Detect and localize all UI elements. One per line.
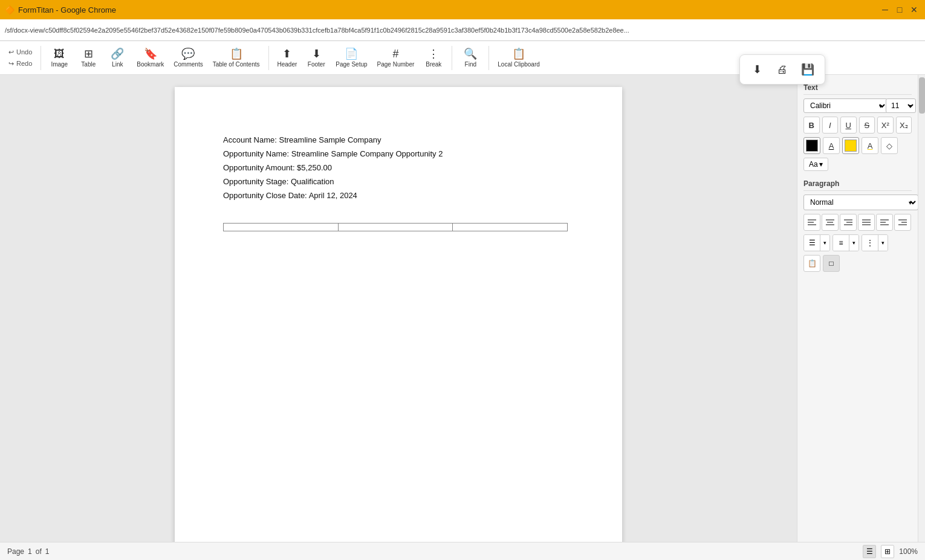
doc-mid-spacer — [223, 205, 574, 217]
highlight-color-swatch[interactable] — [842, 137, 859, 154]
align-left-alt-button[interactable] — [876, 214, 893, 231]
number-list-dropdown[interactable]: ▾ — [849, 235, 858, 251]
table-icon: ⊞ — [84, 48, 93, 59]
strikethrough-button[interactable]: S — [859, 117, 875, 134]
font-color-swatch[interactable] — [803, 137, 820, 154]
clear-all-button[interactable]: □ — [823, 255, 840, 272]
highlight-letter: A — [868, 141, 873, 150]
align-left-alt-icon — [880, 219, 889, 226]
table-button[interactable]: ⊞ Table — [75, 43, 102, 72]
highlight-button[interactable]: A — [862, 137, 878, 154]
print-button[interactable]: 🖨 — [771, 59, 793, 80]
align-right-button[interactable] — [840, 214, 857, 231]
paragraph-style-row: Normal Heading 1 Heading 2 ▾ — [803, 195, 912, 210]
of-label: of — [36, 547, 42, 556]
scrollbar-thumb[interactable] — [919, 77, 925, 114]
close-button[interactable]: ✕ — [908, 4, 920, 16]
col-quantity — [338, 224, 453, 231]
download-button[interactable]: ⬇ — [746, 59, 768, 80]
opportunity-amount-line: Opportunity Amount: $5,250.00 — [223, 163, 574, 172]
save-button[interactable]: 💾 — [797, 59, 819, 80]
aa-label: Aa — [809, 160, 818, 169]
view-page-button[interactable]: ⊞ — [881, 545, 894, 558]
align-right-alt-button[interactable] — [894, 214, 911, 231]
number-list-button[interactable]: ≡ — [833, 235, 849, 251]
align-right-alt-icon — [898, 219, 907, 226]
link-button[interactable]: 🔗 Link — [104, 43, 131, 72]
paragraph-style-select[interactable]: Normal Heading 1 Heading 2 — [803, 195, 918, 210]
footer-button[interactable]: ⬇ Footer — [303, 43, 329, 72]
view-normal-button[interactable]: ☰ — [863, 545, 876, 558]
opportunity-name-line: Opportunity Name: Streamline Sample Comp… — [223, 149, 574, 158]
header-icon: ⬆ — [282, 48, 291, 59]
undo-button[interactable]: ↩ Undo — [5, 47, 36, 57]
align-right-icon — [844, 219, 852, 226]
document-page: Account Name: Streamline Sample Company … — [175, 87, 622, 542]
col-sales-price — [453, 224, 568, 231]
image-button[interactable]: 🖼 Image — [46, 43, 73, 72]
outline-list-dropdown[interactable]: ▾ — [878, 235, 888, 251]
comments-icon: 💬 — [181, 48, 195, 59]
align-left-button[interactable] — [803, 214, 820, 231]
minimize-button[interactable]: ─ — [879, 4, 891, 16]
right-scrollbar[interactable] — [918, 75, 925, 542]
page-setup-button[interactable]: 📄 Page Setup — [332, 43, 371, 72]
paragraph-section: Paragraph Normal Heading 1 Heading 2 ▾ — [803, 177, 912, 272]
italic-button[interactable]: I — [822, 117, 839, 134]
toc-button[interactable]: 📋 Table of Contents — [209, 43, 264, 72]
redo-label: Redo — [16, 60, 32, 67]
font-color-button[interactable]: A — [823, 137, 840, 154]
toolbar-separator-3 — [452, 46, 452, 70]
comments-button[interactable]: 💬 Comments — [170, 43, 206, 72]
status-left: Page 1 of 1 — [7, 547, 49, 556]
header-button[interactable]: ⬆ Header — [274, 43, 301, 72]
subscript-button[interactable]: X₂ — [896, 117, 912, 134]
number-list-group: ≡ ▾ — [832, 234, 859, 251]
bullet-list-dropdown[interactable]: ▾ — [820, 235, 829, 251]
aa-chevron: ▾ — [819, 160, 823, 169]
address-bar: /sf/docx-view/c50dff8c5f02594e2a2095e554… — [0, 19, 925, 41]
font-name-select[interactable]: Calibri Arial Times New Roman — [803, 98, 888, 113]
toolbar-separator-4 — [488, 46, 489, 70]
format-row-1: B I U S X² X₂ — [803, 117, 912, 134]
local-clipboard-icon: 📋 — [512, 48, 525, 59]
right-actions: ⬇ 🖨 💾 — [739, 54, 825, 85]
bullet-list-group: ☰ ▾ — [803, 234, 830, 251]
url-text: /sf/docx-view/c50dff8c5f02594e2a2095e554… — [5, 27, 629, 34]
clear-format-button[interactable]: ◇ — [881, 137, 898, 154]
col-product-code — [224, 224, 339, 231]
break-button[interactable]: ⋮ Break — [420, 43, 447, 72]
page-number-button[interactable]: # Page Number — [374, 43, 418, 72]
toc-icon: 📋 — [230, 48, 243, 59]
superscript-button[interactable]: X² — [877, 117, 894, 134]
redo-button[interactable]: ↪ Redo — [5, 59, 36, 69]
account-name-line: Account Name: Streamline Sample Company — [223, 135, 574, 144]
font-size-select[interactable]: 11 8910 121416 — [886, 98, 916, 113]
align-justify-button[interactable] — [858, 214, 875, 231]
align-left-icon — [808, 219, 816, 226]
special-row: 📋 □ — [803, 255, 912, 272]
find-button[interactable]: 🔍 Find — [457, 43, 484, 72]
bold-button[interactable]: B — [803, 117, 820, 134]
bookmark-button[interactable]: 🔖 Bookmark — [133, 43, 167, 72]
aa-button[interactable]: Aa ▾ — [803, 158, 828, 171]
title-bar-controls[interactable]: ─ □ ✕ — [879, 4, 920, 16]
maximize-button[interactable]: □ — [894, 4, 906, 16]
status-right: ☰ ⊞ 100% — [863, 545, 918, 558]
paragraph-section-title: Paragraph — [803, 177, 912, 191]
redo-icon: ↪ — [8, 60, 14, 68]
align-center-button[interactable] — [822, 214, 839, 231]
page-current: 1 — [28, 547, 32, 556]
bookmark-icon: 🔖 — [144, 48, 157, 59]
aa-row: Aa ▾ — [803, 158, 912, 171]
font-color-letter: A — [829, 141, 834, 150]
copy-format-button[interactable]: 📋 — [803, 255, 820, 272]
document-area[interactable]: Account Name: Streamline Sample Company … — [0, 75, 797, 542]
bullet-list-button[interactable]: ☰ — [804, 235, 820, 251]
underline-button[interactable]: U — [840, 117, 857, 134]
local-clipboard-button[interactable]: 📋 Local Clipboard — [494, 43, 544, 72]
title-bar-left: 🔶 FormTitan - Google Chrome — [5, 5, 116, 14]
highlight-color-inner — [845, 140, 857, 152]
title-bar: 🔶 FormTitan - Google Chrome ─ □ ✕ — [0, 0, 925, 19]
outline-list-button[interactable]: ⋮ — [862, 235, 878, 251]
